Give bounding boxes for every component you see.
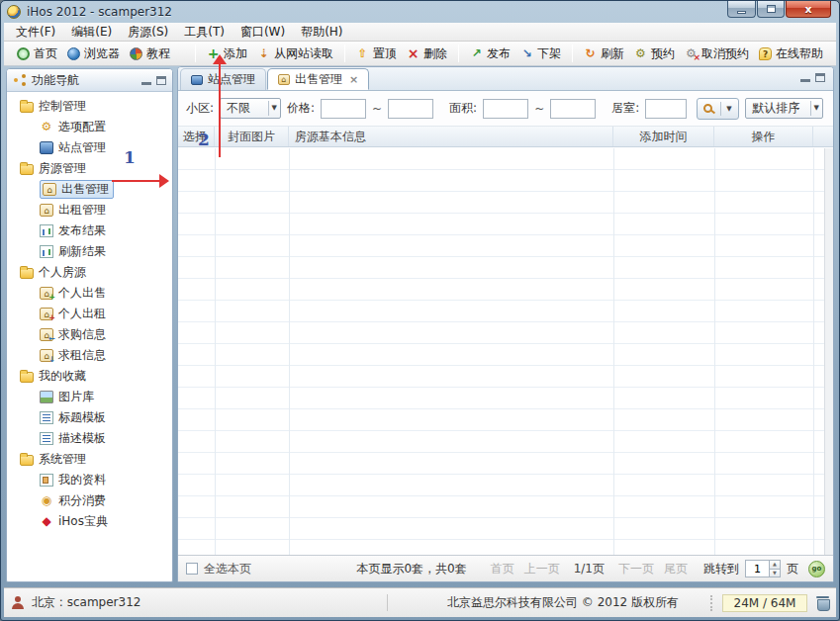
rooms-input[interactable] <box>645 99 687 119</box>
sidebar-item-my-profile[interactable]: 我的资料 <box>7 470 172 490</box>
sidebar-item-title-template[interactable]: 标题模板 <box>7 407 172 428</box>
maximize-button[interactable] <box>757 1 785 18</box>
panel-minimize-icon[interactable] <box>800 73 810 82</box>
price-min-input[interactable] <box>321 99 366 119</box>
page-spinner: ▲ ▼ <box>769 560 781 577</box>
sidebar-item-personal-rent[interactable]: ⌂+ 个人出租 <box>7 304 172 324</box>
first-page-link[interactable]: 首页 <box>491 561 514 577</box>
close-button[interactable]: x <box>786 1 831 18</box>
prev-page-link[interactable]: 上一页 <box>524 561 560 577</box>
tab-sale-management[interactable]: ⌂ 出售管理 × <box>267 68 369 90</box>
online-help-button[interactable]: ? 在线帮助 <box>754 44 828 64</box>
sidebar-item-ihos-treasure[interactable]: ◆ iHos宝典 <box>7 511 172 532</box>
column-header-cover-image[interactable]: 封面图片 <box>215 127 289 146</box>
toolbar-separator <box>572 44 573 62</box>
folder-icon <box>20 268 34 279</box>
sidebar-title: 功能导航 <box>32 72 79 89</box>
house-photo-icon: ⌂← <box>40 328 53 341</box>
sidebar-item-image-library[interactable]: 图片库 <box>7 387 172 407</box>
community-select[interactable]: 不限 ▼ <box>220 98 281 119</box>
sidebar-item-publish-results[interactable]: 发布结果 <box>7 221 172 241</box>
home-button[interactable]: 首页 <box>12 44 62 64</box>
tutorial-button[interactable]: 教程 <box>125 44 175 64</box>
home-label: 首页 <box>34 45 57 62</box>
grip-divider <box>710 595 714 611</box>
publish-button[interactable]: ↗ 发布 <box>465 44 515 64</box>
area-max-input[interactable] <box>550 99 596 119</box>
sidebar-item-refresh-results[interactable]: 刷新结果 <box>7 241 172 262</box>
select-all-checkbox[interactable] <box>186 563 198 575</box>
last-page-link[interactable]: 尾页 <box>664 561 688 577</box>
tree-label: 选项配置 <box>58 117 106 137</box>
panel-minimize-icon[interactable] <box>141 76 151 85</box>
sidebar-item-rent-management[interactable]: ⌂ 出租管理 <box>7 200 172 221</box>
sidebar-item-control-management[interactable]: 控制管理 <box>7 96 172 117</box>
sidebar-item-housing-management[interactable]: 房源管理 <box>7 158 172 179</box>
jump-page-input[interactable] <box>745 560 769 577</box>
sidebar-item-rent-request-info[interactable]: ⌂↓ 求租信息 <box>7 345 172 366</box>
minimize-button[interactable] <box>727 1 756 18</box>
sidebar-item-option-config[interactable]: ⚙ 选项配置 <box>7 117 172 137</box>
spinner-down-icon[interactable]: ▼ <box>770 569 780 577</box>
menu-file[interactable]: 文件(F) <box>8 23 63 41</box>
bar-chart-icon <box>40 245 53 258</box>
sidebar-item-personal-sale[interactable]: ⌂+ 个人出售 <box>7 283 172 304</box>
vertical-scrollbar[interactable] <box>824 148 833 555</box>
cancel-reserve-button[interactable]: ⚙× 取消预约 <box>680 44 754 64</box>
trash-icon[interactable] <box>817 596 828 609</box>
sidebar-item-buy-request-info[interactable]: ⌂← 求购信息 <box>7 324 172 345</box>
column-header-basic-info[interactable]: 房源基本信息 <box>289 127 613 146</box>
menu-housing[interactable]: 房源(S) <box>120 23 176 41</box>
window-title: iHos 2012 - scamper312 <box>27 5 172 19</box>
delete-button[interactable]: × 删除 <box>402 44 452 64</box>
tree-label: 描述模板 <box>58 428 106 449</box>
refresh-label: 刷新 <box>601 45 624 62</box>
menu-window[interactable]: 窗口(W) <box>233 23 293 41</box>
refresh-button[interactable]: ↻ 刷新 <box>579 44 629 64</box>
tab-close-icon[interactable]: × <box>349 73 358 86</box>
column-header-add-time[interactable]: 添加时间 <box>613 127 714 146</box>
next-page-link[interactable]: 下一页 <box>618 561 654 577</box>
add-button[interactable]: + 添加 <box>202 44 252 64</box>
sidebar-item-site-management[interactable]: 站点管理 <box>7 137 172 158</box>
set-top-button[interactable]: ⇧ 置顶 <box>351 44 402 64</box>
panel-maximize-icon[interactable] <box>815 73 825 82</box>
help-bubble-icon: ? <box>759 47 772 60</box>
search-button[interactable]: ▼ <box>697 98 739 120</box>
column-header-select[interactable]: 选择 <box>178 127 215 146</box>
sidebar-item-description-template[interactable]: 描述模板 <box>7 428 172 449</box>
chevron-down-icon: ▼ <box>810 101 819 116</box>
status-bar: 北京 : scamper312 北京益思尔科技有限公司 © 2012 版权所有 … <box>4 587 836 617</box>
price-max-input[interactable] <box>388 99 433 119</box>
spinner-up-icon[interactable]: ▲ <box>770 561 780 569</box>
sidebar-item-sale-management[interactable]: ⌂ 出售管理 <box>7 179 172 200</box>
select-all-label: 全选本页 <box>204 561 251 577</box>
browser-button[interactable]: 浏览器 <box>62 44 125 64</box>
online-help-label: 在线帮助 <box>776 45 823 62</box>
fetch-from-website-button[interactable]: ⇣ 从网站读取 <box>252 44 338 64</box>
house-photo-icon: ⌂+ <box>40 287 53 300</box>
sidebar-item-personal-housing[interactable]: 个人房源 <box>7 262 172 283</box>
sidebar-item-my-favorites[interactable]: 我的收藏 <box>7 366 172 387</box>
search-icon <box>703 104 712 113</box>
house-photo-icon: ⌂ <box>278 74 290 85</box>
tab-site-management[interactable]: 站点管理 <box>180 68 266 90</box>
user-icon <box>12 596 24 609</box>
menu-edit[interactable]: 编辑(E) <box>63 23 120 41</box>
download-icon: ⇣ <box>257 47 270 60</box>
home-icon <box>17 47 30 60</box>
unpublish-button[interactable]: ↘ 下架 <box>515 44 566 64</box>
reserve-button[interactable]: ⚙ 预约 <box>629 44 680 64</box>
sort-select[interactable]: 默认排序 ▼ <box>745 98 823 119</box>
title-bar[interactable]: iHos 2012 - scamper312 x <box>1 1 839 23</box>
area-min-input[interactable] <box>483 99 528 119</box>
sidebar-item-system-management[interactable]: 系统管理 <box>7 449 172 470</box>
sidebar-item-points-consumption[interactable]: ◉ 积分消费 <box>7 490 172 511</box>
unpublish-icon: ↘ <box>520 47 533 60</box>
menu-help[interactable]: 帮助(H) <box>293 23 350 41</box>
column-header-operation[interactable]: 操作 <box>714 127 813 146</box>
menu-tools[interactable]: 工具(T) <box>176 23 233 41</box>
arrow-up-icon: ⇧ <box>356 47 369 60</box>
go-button[interactable]: go <box>808 561 825 577</box>
panel-maximize-icon[interactable] <box>156 76 166 85</box>
